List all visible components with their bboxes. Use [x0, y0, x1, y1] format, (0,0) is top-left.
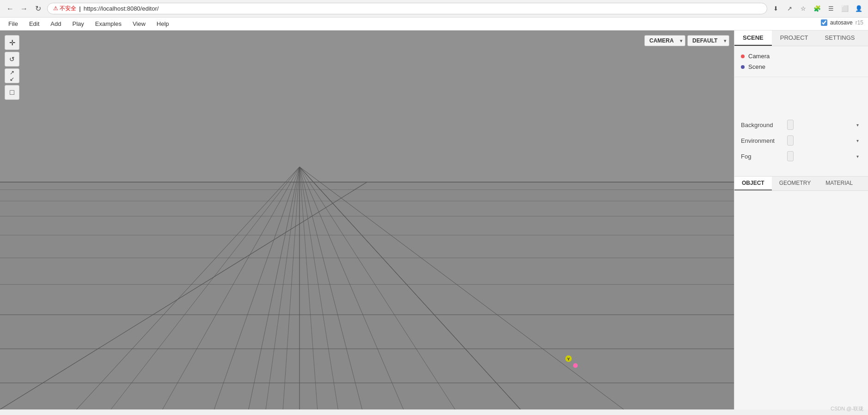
scene-label: Scene [748, 63, 765, 70]
scene-item-camera[interactable]: Camera [741, 51, 862, 61]
menu-add[interactable]: Add [46, 18, 66, 29]
default-dropdown-wrap: DEFAULT [687, 35, 729, 46]
watermark-area: CSDN @-联珑 [831, 405, 863, 412]
scene-list: Camera Scene [734, 46, 868, 77]
tab-object[interactable]: OBJECT [734, 177, 772, 190]
bottom-tabs: OBJECT GEOMETRY MATERIAL [734, 176, 868, 191]
rotate-tool-button[interactable]: ↺ [5, 52, 19, 67]
extension-icon[interactable]: 🧩 [813, 4, 822, 13]
watermark-text: CSDN @-联珑 [831, 406, 863, 411]
scale-tool-button[interactable]: ↗↙ [5, 68, 19, 83]
autosave-label: autosave [830, 19, 853, 26]
viewport-toolbar: ✛ ↺ ↗↙ □ [5, 35, 19, 100]
forward-button[interactable]: → [18, 3, 30, 14]
share-icon[interactable]: ↗ [785, 4, 794, 13]
autosave-version: r15 [856, 19, 863, 26]
svg-text:Y: Y [567, 357, 570, 361]
viewport-dropdowns: CAMERA DEFAULT [644, 35, 729, 46]
star-icon[interactable]: ☆ [799, 4, 808, 13]
profile-icon[interactable]: 👤 [854, 4, 863, 13]
right-panel: SCENE PROJECT SETTINGS Camera Scene Back… [734, 31, 868, 409]
browser-toolbar: ← → ↻ ⚠ 不安全 | https://localhost:8080/edi… [0, 0, 868, 17]
svg-rect-0 [0, 31, 734, 182]
scene-item-scene[interactable]: Scene [741, 61, 862, 72]
fog-select-wrap [787, 151, 862, 161]
menu-edit[interactable]: Edit [24, 18, 44, 29]
background-select[interactable] [787, 120, 794, 130]
fog-select[interactable] [787, 151, 794, 161]
tab-geometry[interactable]: GEOMETRY [772, 177, 818, 190]
default-dropdown[interactable]: DEFAULT [687, 35, 729, 46]
environment-select[interactable] [787, 135, 794, 146]
background-select-wrap [787, 120, 862, 130]
fog-row: Fog [741, 151, 862, 161]
menu-play[interactable]: Play [68, 18, 89, 29]
menu-examples[interactable]: Examples [91, 18, 126, 29]
camera-label: Camera [748, 53, 770, 60]
menu-file[interactable]: File [4, 18, 23, 29]
environment-row: Environment [741, 135, 862, 146]
back-button[interactable]: ← [5, 3, 16, 14]
panel-top-tabs: SCENE PROJECT SETTINGS [734, 31, 868, 46]
nav-buttons: ← → ↻ [5, 3, 43, 14]
tab-settings[interactable]: SETTINGS [816, 31, 863, 46]
grid-canvas: Y [0, 31, 734, 409]
background-row: Background [741, 120, 862, 130]
menu-help[interactable]: Help [152, 18, 174, 29]
address-bar[interactable]: ⚠ 不安全 | https://localhost:8080/editor/ [47, 3, 767, 14]
browser-toolbar-icons: ⬇ ↗ ☆ 🧩 ☰ ⬜ 👤 [771, 4, 863, 13]
refresh-button[interactable]: ↻ [32, 3, 43, 14]
url-separator: | [79, 5, 80, 12]
browser-chrome: ← → ↻ ⚠ 不安全 | https://localhost:8080/edi… [0, 0, 868, 18]
menu-icon[interactable]: ☰ [826, 4, 836, 13]
security-warning: ⚠ 不安全 [53, 5, 76, 12]
camera-dropdown-wrap: CAMERA [644, 35, 685, 46]
move-tool-button[interactable]: ✛ [5, 35, 19, 50]
menu-bar: File Edit Add Play Examples View Help au… [0, 18, 868, 31]
tab-material[interactable]: MATERIAL [818, 177, 860, 190]
menu-view[interactable]: View [128, 18, 150, 29]
autosave-checkbox[interactable] [821, 19, 827, 26]
viewport[interactable]: Y ✛ ↺ ↗↙ □ CAMERA DEFAULT [0, 31, 734, 409]
url-text: https://localhost:8080/editor/ [84, 5, 159, 12]
spacer [734, 77, 868, 114]
select-tool-button[interactable]: □ [5, 85, 19, 100]
svg-point-33 [573, 363, 578, 368]
environment-label: Environment [741, 137, 782, 144]
environment-select-wrap [787, 135, 862, 146]
scene-dot [741, 65, 745, 69]
window-icon[interactable]: ⬜ [840, 4, 850, 13]
tab-project[interactable]: PROJECT [772, 31, 817, 46]
autosave-area: autosave r15 [821, 19, 863, 26]
main-layout: Y ✛ ↺ ↗↙ □ CAMERA DEFAULT [0, 31, 868, 409]
scene-settings: Background Environment Fog [734, 114, 868, 167]
background-label: Background [741, 122, 782, 128]
camera-dropdown[interactable]: CAMERA [644, 35, 685, 46]
tab-scene[interactable]: SCENE [734, 31, 772, 46]
camera-dot [741, 55, 745, 58]
fog-label: Fog [741, 153, 782, 160]
download-icon[interactable]: ⬇ [771, 4, 780, 13]
